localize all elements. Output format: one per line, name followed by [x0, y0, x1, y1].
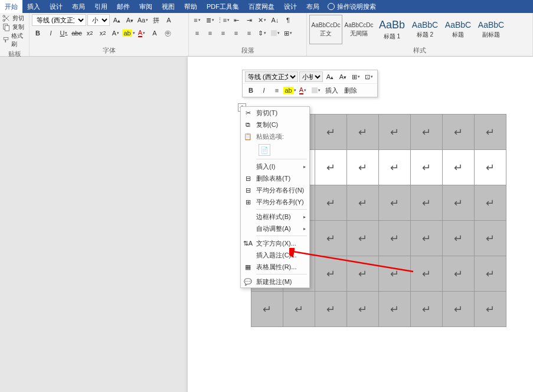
line-spacing-button[interactable]: ⇕▾	[256, 27, 268, 39]
shrink-font-button[interactable]: A▾	[124, 14, 136, 26]
tab-view[interactable]: 视图	[157, 0, 179, 13]
table-cell[interactable]: ↵	[315, 221, 347, 256]
font-size-select[interactable]: 小初	[87, 14, 110, 26]
mini-align-button[interactable]: ≡	[271, 85, 283, 96]
table-cell[interactable]: ↵	[315, 115, 347, 150]
mini-insert-button[interactable]: 插入	[323, 86, 341, 95]
table-cell[interactable]: ↵	[411, 292, 443, 327]
table-cell[interactable]: ↵	[379, 185, 411, 221]
italic-button[interactable]: I	[45, 27, 57, 39]
table-cell[interactable]: ↵	[315, 150, 347, 185]
tab-layout[interactable]: 布局	[67, 0, 90, 13]
asian-layout-button[interactable]: ✕▾	[256, 14, 268, 26]
table-cell[interactable]: ↵	[443, 115, 475, 150]
table-cell[interactable]: ↵	[379, 221, 411, 256]
table-cell[interactable]: ↵	[283, 292, 315, 327]
cm-border-style[interactable]: 边框样式(B) ▸	[241, 211, 309, 223]
style-item-2[interactable]: AaBb标题 1	[375, 15, 408, 44]
cm-distribute-cols[interactable]: ⊞ 平均分布各列(Y)	[241, 196, 309, 208]
cm-copy[interactable]: ⧉ 复制(C)	[241, 119, 309, 130]
table-cell[interactable]: ↵	[315, 185, 347, 221]
cm-table-properties[interactable]: ▦ 表格属性(R)...	[241, 261, 309, 273]
style-item-3[interactable]: AaBbC标题 2	[408, 15, 442, 44]
style-item-4[interactable]: AaBbC标题	[442, 15, 475, 44]
table-cell[interactable]: ↵	[411, 221, 443, 256]
mini-grow-font-button[interactable]: A▴	[324, 71, 336, 82]
table-cell[interactable]: ↵	[443, 221, 475, 256]
style-item-0[interactable]: AaBbCcDc正文	[309, 15, 342, 44]
table-cell[interactable]: ↵	[347, 292, 379, 327]
bold-button[interactable]: B	[32, 27, 44, 39]
table-cell[interactable]: ↵	[443, 150, 475, 185]
tab-table-layout[interactable]: 布局	[302, 0, 324, 13]
change-case-button[interactable]: Aa▾	[137, 14, 149, 26]
copy-button[interactable]: 复制	[2, 23, 27, 31]
font-name-select[interactable]: 等线 (西文正文)	[32, 14, 86, 26]
tab-mailings[interactable]: 邮件	[112, 0, 135, 13]
table-cell[interactable]: ↵	[475, 150, 506, 185]
table-cell[interactable]: ↵	[411, 256, 443, 292]
justify-button[interactable]: ≡	[230, 27, 242, 39]
cm-insert[interactable]: 插入(I) ▸	[241, 161, 309, 172]
enclose-chars-button[interactable]: ㊥	[162, 27, 174, 39]
font-color-button[interactable]: A▾	[136, 27, 148, 39]
tab-table-design[interactable]: 设计	[279, 0, 302, 13]
table-cell[interactable]: ↵	[379, 150, 411, 185]
table-cell[interactable]: ↵	[347, 185, 379, 221]
mini-font-name-select[interactable]: 等线 (西文正文)	[245, 71, 298, 82]
decrease-indent-button[interactable]: ⇤	[230, 14, 242, 26]
text-effects-button[interactable]: A▾	[110, 27, 122, 39]
cm-delete-table[interactable]: ⊟ 删除表格(T)	[241, 172, 309, 184]
tell-me-search[interactable]: 操作说明搜索	[328, 2, 376, 11]
align-left-button[interactable]: ≡	[191, 27, 203, 39]
table-cell[interactable]: ↵	[347, 115, 379, 150]
mini-font-color-button[interactable]: A▾	[297, 85, 309, 96]
table-cell[interactable]: ↵	[347, 150, 379, 185]
tab-design[interactable]: 设计	[45, 0, 67, 13]
char-shading-button[interactable]: A	[149, 27, 161, 39]
phonetic-guide-button[interactable]: 拼	[150, 14, 162, 26]
cm-distribute-rows[interactable]: ⊟ 平均分布各行(N)	[241, 184, 309, 196]
cm-cut[interactable]: ✂ 剪切(T)	[241, 107, 309, 119]
mini-highlight-button[interactable]: ab▾	[284, 85, 296, 96]
format-painter-button[interactable]: 格式刷	[2, 32, 27, 48]
align-center-button[interactable]: ≡	[204, 27, 216, 39]
table-cell[interactable]: ↵	[379, 256, 411, 292]
subscript-button[interactable]: x2	[84, 27, 96, 39]
table-cell[interactable]: ↵	[379, 292, 411, 327]
distribute-button[interactable]: ≡	[243, 27, 255, 39]
cm-paste-keep-source[interactable]: 📄	[259, 144, 270, 156]
show-marks-button[interactable]: ¶	[282, 14, 294, 26]
superscript-button[interactable]: x2	[97, 27, 109, 39]
tab-references[interactable]: 引用	[90, 0, 112, 13]
table-cell[interactable]: ↵	[411, 150, 443, 185]
increase-indent-button[interactable]: ⇥	[243, 14, 255, 26]
cm-new-comment[interactable]: 💬 新建批注(M)	[241, 276, 309, 288]
underline-button[interactable]: U▾	[58, 27, 70, 39]
table-cell[interactable]: ↵	[475, 292, 506, 327]
table-cell[interactable]: ↵	[443, 256, 475, 292]
mini-merge-button[interactable]: ⊡▾	[363, 71, 375, 82]
style-item-1[interactable]: AaBbCcDc无间隔	[342, 15, 375, 44]
table-cell[interactable]: ↵	[411, 185, 443, 221]
style-item-5[interactable]: AaBbC副标题	[475, 15, 508, 44]
tab-help[interactable]: 帮助	[179, 0, 202, 13]
numbering-button[interactable]: ≣▾	[204, 14, 216, 26]
borders-button[interactable]: ⊞▾	[282, 27, 294, 39]
table-cell[interactable]: ↵	[411, 115, 443, 150]
mini-delete-button[interactable]: 删除	[342, 86, 359, 95]
table-cell[interactable]: ↵	[251, 292, 283, 327]
table-cell[interactable]: ↵	[475, 221, 506, 256]
table-cell[interactable]: ↵	[315, 292, 347, 327]
multilevel-list-button[interactable]: ⋮≡▾	[217, 14, 229, 26]
tab-baidu-netdisk[interactable]: 百度网盘	[244, 0, 279, 13]
align-right-button[interactable]: ≡	[217, 27, 229, 39]
tab-review[interactable]: 审阅	[135, 0, 157, 13]
shading-button[interactable]: ▾	[269, 27, 281, 39]
cm-text-direction[interactable]: ⇅A 文字方向(X)...	[241, 237, 309, 249]
table-cell[interactable]: ↵	[347, 256, 379, 292]
mini-shading-button[interactable]: ▾	[310, 85, 322, 96]
clear-formatting-button[interactable]: A	[163, 14, 175, 26]
highlight-button[interactable]: ab▾	[123, 27, 135, 39]
sort-button[interactable]: A↓	[269, 14, 281, 26]
